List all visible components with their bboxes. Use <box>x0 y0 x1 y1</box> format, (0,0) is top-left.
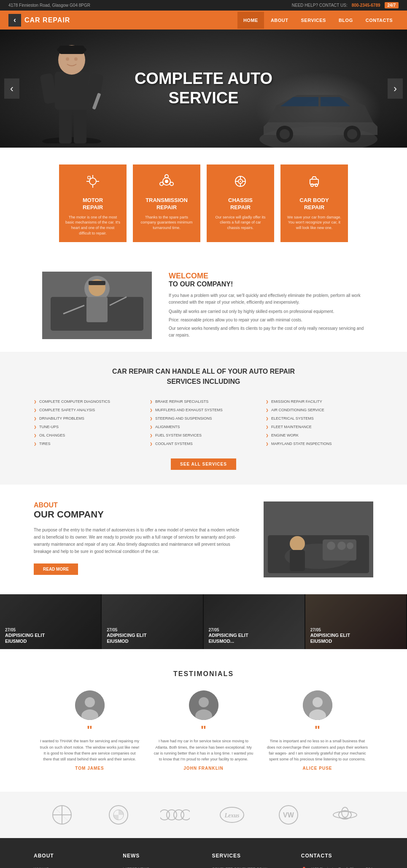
welcome-title: TO OUR COMPANY! <box>169 280 365 288</box>
svg-rect-51 <box>290 550 305 571</box>
partner-audi[interactable] <box>160 804 190 825</box>
blog-item-4[interactable]: 27/05 ADIPISICING ELITEIUSMOD <box>305 594 407 649</box>
quote-icon-2: " <box>153 724 254 736</box>
chassis-desc: Our service will gladly offer its client… <box>213 215 268 231</box>
footer-link[interactable]: WHY US <box>34 865 106 868</box>
footer-news-title: NEWS <box>123 853 195 859</box>
nav-services[interactable]: SERVICES <box>295 12 332 29</box>
testimonial-name-2: JOHN FRANKLIN <box>153 766 254 771</box>
list-item: MUFFLERS AND EXHAUST SYSTEMS <box>150 406 257 414</box>
blog-title-4: ADIPISICING ELITEIUSMOD <box>310 632 350 644</box>
svg-point-17 <box>347 129 357 139</box>
read-more-button[interactable]: READ MORE <box>34 563 78 575</box>
svg-point-18 <box>89 178 96 185</box>
footer-address: 📍 4178 Finnieston Road, Glasgow G04 8PGR… <box>301 865 373 868</box>
partner-toyota[interactable] <box>330 804 360 825</box>
svg-point-54 <box>337 542 346 550</box>
nav-about[interactable]: ABOUT <box>265 12 294 29</box>
testimonial-1: " I wanted to THANK the team for servici… <box>39 690 140 771</box>
blog-title-1: ADIPISICING ELITEIUSMOD <box>5 632 45 644</box>
blog-date-3: 27/05 <box>209 628 248 632</box>
services-list-section: CAR REPAIR CAN HANDLE ALL OF YOUR AUTO R… <box>0 352 407 485</box>
partner-lexus[interactable]: Lexus <box>217 804 247 825</box>
footer-link[interactable]: LATEST NEWS <box>123 865 195 868</box>
header: ‹ CAR REPAIR HOME ABOUT SERVICES BLOG CO… <box>0 11 407 30</box>
badge-24-7[interactable]: 24/7 <box>385 2 399 8</box>
welcome-para2: Quality all works are carried out only b… <box>169 308 365 315</box>
carbody-desc: We save your car from damage. You won't … <box>287 215 342 231</box>
testimonials-title: TESTIMONIALS <box>34 670 373 678</box>
list-item: ELECTRICAL SYSTEMS <box>266 414 373 423</box>
services-col-1: COMPLETE COMPUTER DIAGNOSTICS COMPLETE S… <box>34 397 141 448</box>
list-item: FUEL SYSTEM SERVICES <box>150 431 257 439</box>
topbar: 4178 Finnieston Road, Glasgow G04 8PGR N… <box>0 0 407 11</box>
list-item: BRAKE REPAIR SPECIALISTS <box>150 397 257 406</box>
svg-rect-23 <box>88 176 90 179</box>
list-item: FLEET MAINTENANCE <box>266 423 373 431</box>
welcome-para4: Our service works honestly and offers it… <box>169 325 365 339</box>
hero-person-image <box>34 30 118 148</box>
testimonial-text-3: Time is important and no less so in a sm… <box>267 738 368 763</box>
testimonial-3: " Time is important and no less so in a … <box>267 690 368 771</box>
blog-title-2: ADIPISICING ELITEIUSMOD <box>107 632 146 644</box>
nav-contacts[interactable]: CONTACTS <box>360 12 399 29</box>
about-orange-title: ABOUT <box>34 501 247 509</box>
about-text: ABOUT OUR COMPANY The purpose of the ent… <box>34 501 247 575</box>
service-carbody[interactable]: CAR BODYREPAIR We save your car from dam… <box>280 164 348 242</box>
svg-point-28 <box>170 182 173 186</box>
footer-link[interactable]: COMPLETE COMPUTER SCAN <box>212 865 284 868</box>
svg-point-50 <box>290 536 305 551</box>
svg-point-11 <box>74 57 78 61</box>
quote-icon-1: " <box>39 724 140 736</box>
welcome-image <box>42 272 152 339</box>
services-col-2: BRAKE REPAIR SPECIALISTS MUFFLERS AND EX… <box>150 397 257 448</box>
motor-desc: The motor is one of the most basic mecha… <box>65 215 120 236</box>
testimonials-section: TESTIMONIALS " I wanted to THANK the tea… <box>0 649 407 792</box>
list-item: EMISSION REPAIR FACILITY <box>266 397 373 406</box>
svg-point-37 <box>311 184 313 186</box>
need-help-label: NEED HELP? CONTACT US: <box>292 3 348 8</box>
partner-bmw[interactable] <box>104 804 133 825</box>
blog-item-1[interactable]: 27/05 ADIPISICING ELITEIUSMOD <box>0 594 102 649</box>
hero-content: COMPLETE AUTO SERVICE <box>135 69 272 108</box>
svg-rect-46 <box>89 281 105 285</box>
hero-prev-arrow[interactable]: ‹ <box>4 78 19 99</box>
see-all-button[interactable]: SEE ALL SERVICES <box>171 458 236 470</box>
transmission-icon <box>139 173 194 193</box>
phone-number: 800-2345-6789 <box>352 3 380 8</box>
svg-rect-42 <box>86 297 108 322</box>
footer-services-col: SERVICES COMPLETE COMPUTER SCAN PARTS RE… <box>212 853 284 868</box>
svg-point-57 <box>85 697 95 707</box>
service-chassis[interactable]: CHASSISREPAIR Our service will gladly of… <box>207 164 274 242</box>
svg-point-63 <box>313 697 323 707</box>
chassis-icon <box>213 173 268 193</box>
welcome-text: WELCOME TO OUR COMPANY! If you have a pr… <box>169 272 365 339</box>
transmission-desc: Thanks to the spare parts company guaran… <box>139 215 194 231</box>
footer-services-title: SERVICES <box>212 853 284 859</box>
svg-rect-1 <box>59 105 72 143</box>
testimonial-avatar-1 <box>75 690 105 720</box>
partner-mercedes[interactable] <box>47 804 77 825</box>
nav-blog[interactable]: BLOG <box>333 12 359 29</box>
list-item: COOLANT SYSTEMS <box>150 439 257 448</box>
hero-title: COMPLETE AUTO SERVICE <box>135 69 272 108</box>
svg-text:VW: VW <box>283 811 294 819</box>
logo[interactable]: ‹ CAR REPAIR <box>8 14 70 27</box>
svg-rect-5 <box>86 73 104 104</box>
blog-item-2[interactable]: 27/05 ADIPISICING ELITEIUSMOD <box>102 594 203 649</box>
list-item: AIR CONDITIONING SERVICE <box>266 406 373 414</box>
blog-title-3: ADIPISICING ELITEIUSMOD... <box>209 632 248 644</box>
about-desc: The purpose of the entry to the market o… <box>34 526 247 555</box>
logo-text: CAR REPAIR <box>24 16 70 24</box>
svg-point-60 <box>199 697 209 707</box>
service-motor[interactable]: MOTORREPAIR The motor is one of the most… <box>59 164 127 242</box>
partner-vw[interactable]: VW <box>274 804 303 825</box>
nav-home[interactable]: HOME <box>237 12 264 29</box>
blog-item-3[interactable]: 27/05 ADIPISICING ELITEIUSMOD... <box>204 594 305 649</box>
chassis-title: CHASSISREPAIR <box>213 197 268 211</box>
hero-next-arrow[interactable]: › <box>388 78 403 99</box>
footer-news-col: NEWS LATEST NEWS OUR PROJECTS INTERVIEWS… <box>123 853 195 868</box>
carbody-icon <box>287 173 342 193</box>
service-transmission[interactable]: TRANSMISSIONREPAIR Thanks to the spare p… <box>133 164 200 242</box>
svg-rect-3 <box>55 72 89 110</box>
